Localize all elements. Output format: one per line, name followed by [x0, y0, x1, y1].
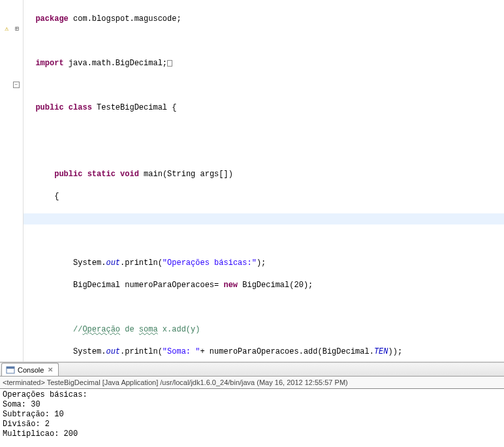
- comment: x.add(y): [158, 325, 200, 334]
- keyword-new: new: [223, 281, 238, 290]
- console-panel: Console ✕ <terminated> TesteBigDecimal […: [0, 362, 504, 447]
- class-name: TesteBigDecimal {: [92, 103, 177, 112]
- console-tab-label: Console: [18, 366, 44, 374]
- code-text: BigDecimal numeroParaOperacoes=: [73, 281, 223, 290]
- string-literal: "Soma: ": [163, 347, 200, 356]
- comment: de: [120, 325, 139, 334]
- warning-icon: ⚠: [1, 25, 12, 34]
- code-text: ));: [388, 347, 403, 356]
- code-text: + numeroParaOperacoes.add(BigDecimal.: [200, 347, 373, 356]
- console-icon: [6, 366, 15, 374]
- keyword-static: static: [87, 170, 116, 179]
- console-tabbar: Console ✕: [0, 362, 504, 377]
- current-line: [24, 213, 504, 224]
- import-name: java.math.BigDecimal;: [64, 59, 167, 68]
- collapsed-imports-icon[interactable]: [167, 60, 172, 67]
- keyword-package: package: [35, 14, 68, 23]
- comment: Operação: [82, 325, 120, 334]
- field-out: out: [106, 347, 120, 356]
- code-text: System.: [73, 258, 106, 268]
- brace-open: {: [54, 192, 59, 201]
- console-status: <terminated> TesteBigDecimal [Java Appli…: [0, 377, 504, 389]
- keyword-public: public: [35, 103, 63, 112]
- console-output[interactable]: Operações básicas: Soma: 30 Subtração: 1…: [0, 389, 504, 447]
- code-text: BigDecimal(20);: [238, 281, 313, 290]
- svg-rect-1: [7, 367, 14, 369]
- code-text: );: [257, 258, 266, 268]
- expand-icon[interactable]: ⊞: [12, 25, 22, 34]
- close-icon[interactable]: ✕: [46, 366, 54, 373]
- package-name: com.blogspot.maguscode;: [69, 14, 181, 23]
- code-area[interactable]: package com.blogspot.maguscode; import j…: [24, 0, 504, 362]
- code-editor[interactable]: ⚠ ⊞ − package com.blogspot.maguscode; im…: [0, 0, 504, 362]
- main-signature: main(String args[]): [139, 170, 233, 179]
- comment: //: [73, 325, 82, 334]
- code-text: .println(: [120, 258, 163, 268]
- comment: soma: [139, 325, 158, 334]
- keyword-import: import: [35, 59, 63, 68]
- console-tab[interactable]: Console ✕: [1, 363, 59, 376]
- code-text: System.: [73, 347, 106, 356]
- string-literal: "Operações básicas:": [163, 258, 257, 268]
- keyword-public: public: [54, 170, 82, 179]
- field-ten: TEN: [374, 347, 388, 356]
- keyword-class: class: [69, 103, 92, 112]
- editor-gutter: ⚠ ⊞ −: [0, 0, 24, 362]
- code-text: .println(: [120, 347, 163, 356]
- fold-icon[interactable]: −: [13, 82, 20, 88]
- field-out: out: [106, 258, 120, 268]
- keyword-void: void: [120, 170, 139, 179]
